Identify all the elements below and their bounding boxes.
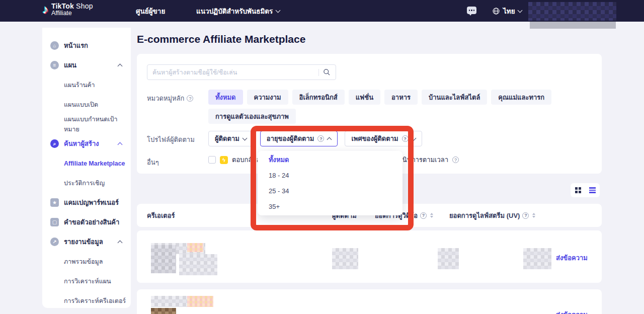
help-icon[interactable]: ?	[402, 135, 409, 142]
followers-dropdown-label: ผู้ติดตาม	[215, 133, 239, 144]
globe-icon	[492, 7, 500, 15]
nav-seller-center[interactable]: ศูนย์ผู้ขาย	[136, 0, 165, 22]
sidebar-item-creator-analytics[interactable]: การวิเคราะห์ครีเอเตอร์	[42, 291, 131, 310]
sidebar-data-reports-label: รายงานข้อมูล	[64, 237, 118, 247]
list-icon	[589, 187, 596, 193]
help-icon[interactable]: ?	[452, 156, 459, 163]
send-message-link[interactable]: ส่งข้อความ	[556, 253, 588, 263]
tiktok-shop-affiliate-logo[interactable]: ♪ TikTok Shop Affiliate	[42, 3, 93, 17]
blurred-video-views-value	[438, 248, 459, 269]
sidebar-item-home[interactable]: ⌂ หน้าแรก	[42, 36, 131, 55]
language-selector[interactable]: ไทย	[492, 0, 522, 22]
follower-gender-dropdown-label: เพศของผู้ติดตาม	[351, 133, 398, 144]
creator-search-box	[147, 64, 336, 80]
grid-icon	[575, 187, 581, 193]
sidebar-item-partner-campaigns[interactable]: ★ แคมเปญพาร์ทเนอร์	[42, 193, 131, 212]
chevron-up-icon	[118, 240, 123, 245]
sidebar-find-creators-label: ค้นหาผู้สร้าง	[64, 138, 118, 149]
category-filter-label: หมวดหมู่หลัก ?	[147, 93, 193, 104]
lightning-icon: ϟ	[220, 156, 228, 164]
logo-tiktok: TikTok	[51, 2, 74, 10]
age-option-25-34[interactable]: 25 - 34	[258, 183, 403, 199]
others-label-text: อื่นๆ	[147, 157, 159, 168]
sidebar-item-open-plan[interactable]: แผนแบบเปิด	[42, 95, 131, 114]
sort-icon[interactable]	[532, 213, 535, 218]
plan-icon: ≡	[50, 61, 59, 69]
sidebar-home-label: หน้าแรก	[64, 40, 123, 51]
sidebar-partner-campaigns-label: แคมเปญพาร์ทเนอร์	[64, 197, 123, 208]
follower-age-dropdown-label: อายุของผู้ติดตาม	[267, 133, 314, 144]
list-view-button[interactable]	[585, 183, 600, 197]
quick-reply-checkbox[interactable]	[208, 156, 216, 164]
help-icon[interactable]: ?	[187, 95, 193, 102]
creator-row[interactable]: ส่งข้อความ	[137, 230, 602, 283]
sort-icon[interactable]	[430, 213, 433, 218]
logo-text: TikTok Shop Affiliate	[51, 3, 93, 17]
view-toggle	[571, 183, 600, 197]
blurred-avatar	[151, 308, 176, 314]
blurred-account-strip	[530, 22, 616, 29]
chevron-down-icon	[242, 135, 247, 140]
blurred-livestream-views-value	[523, 248, 551, 269]
chip-beauty[interactable]: ความงาม	[247, 90, 288, 105]
blurred-badge	[187, 243, 203, 252]
sidebar-item-plan-analytics[interactable]: การวิเคราะห์แผน	[42, 271, 131, 291]
column-creator: ครีเอเตอร์	[147, 204, 175, 227]
home-icon: ⌂	[50, 41, 59, 50]
chip-mom-baby[interactable]: คุณแม่และทารก	[491, 90, 551, 105]
age-option-all[interactable]: ทั้งหมด	[258, 152, 403, 168]
follower-gender-dropdown[interactable]: เพศของผู้ติดตาม ?	[345, 131, 422, 146]
seller-center-label: ศูนย์ผู้ขาย	[136, 6, 165, 17]
chip-home-lifestyle[interactable]: บ้านและไลฟ์สไตล์	[422, 90, 487, 105]
send-message-link[interactable]: ส่งข้อความ	[556, 309, 588, 314]
age-dropdown-panel: ทั้งหมด 18 - 24 25 - 34 35+	[258, 151, 403, 215]
sidebar-item-sample-requests[interactable]: ▢ คำขอตัวอย่างสินค้า	[42, 212, 131, 232]
creator-row[interactable]: ส่งข้อความ	[137, 289, 602, 314]
category-label-text: หมวดหมู่หลัก	[147, 93, 184, 104]
chevron-up-icon	[118, 142, 123, 147]
nav-partner-guidelines[interactable]: แนวปฏิบัติสำหรับพันธมิตร	[196, 0, 280, 22]
help-icon[interactable]: ?	[522, 212, 529, 219]
search-icon[interactable]	[323, 68, 331, 76]
chip-electronics[interactable]: อิเล็กทรอนิกส์	[292, 90, 345, 105]
chip-all[interactable]: ทั้งหมด	[208, 90, 243, 105]
chip-food[interactable]: อาหาร	[384, 90, 418, 105]
search-creators-icon: ⌕	[50, 139, 59, 148]
sidebar-item-data-reports[interactable]: ↗ รายงานข้อมูล	[42, 232, 131, 252]
chip-selfcare-health[interactable]: การดูแลตัวเองและสุขภาพ	[208, 109, 296, 124]
language-label: ไทย	[503, 6, 515, 17]
sidebar-item-plan[interactable]: ≡ แผน	[42, 55, 131, 75]
blurred-creator-details	[179, 254, 217, 275]
category-chips-row1: ทั้งหมด ความงาม อิเล็กทรอนิกส์ แฟชั่น อา…	[208, 90, 551, 105]
chevron-up-icon	[118, 63, 123, 68]
sidebar-item-affiliate-marketplace[interactable]: Affiliate Marketplace	[42, 153, 131, 173]
grid-view-button[interactable]	[571, 183, 585, 197]
category-chips-row2: การดูแลตัวเองและสุขภาพ	[208, 109, 296, 124]
follower-profile-label: โปรไฟล์ผู้ติดตาม	[147, 134, 195, 145]
sidebar-item-invite-history[interactable]: ประวัติการเชิญ	[42, 173, 131, 193]
logo-affiliate: Affiliate	[51, 10, 93, 17]
sidebar: ⌂ หน้าแรก ≡ แผน แผนร้านค้า แผนแบบเปิด แผ…	[42, 28, 131, 308]
blurred-account-info[interactable]	[528, 2, 616, 21]
follower-age-dropdown[interactable]: อายุของผู้ติดตาม ?	[260, 131, 338, 146]
sidebar-item-shop-plan[interactable]: แผนร้านค้า	[42, 75, 131, 95]
follower-profile-label-text: โปรไฟล์ผู้ติดตาม	[147, 134, 195, 145]
followers-dropdown[interactable]: ผู้ติดตาม	[208, 131, 253, 146]
search-input[interactable]	[152, 69, 314, 76]
age-option-35plus[interactable]: 35+	[258, 199, 403, 214]
chevron-down-icon	[517, 8, 522, 13]
sidebar-item-data-overview[interactable]: ภาพรวมข้อมูล	[42, 252, 131, 271]
chip-fashion[interactable]: แฟชั่น	[349, 90, 380, 105]
sidebar-item-find-creators[interactable]: ⌕ ค้นหาผู้สร้าง	[42, 134, 131, 153]
page-title: E-commerce Affiliate Marketplace	[137, 33, 305, 45]
chevron-down-icon	[411, 135, 416, 140]
sidebar-plan-label: แผน	[64, 60, 118, 70]
age-option-18-24[interactable]: 18 - 24	[258, 168, 403, 183]
column-livestream-views[interactable]: ยอดการดูไลฟ์สตรีม (UV) ?	[449, 204, 535, 227]
sidebar-item-target-plan[interactable]: แผนแบบกำหนดเป้าหมาย	[42, 114, 131, 134]
campaign-icon: ★	[50, 198, 59, 207]
help-icon[interactable]: ?	[317, 135, 324, 142]
messages-icon[interactable]	[467, 7, 476, 14]
logo-shop: Shop	[74, 2, 93, 10]
help-icon[interactable]: ?	[420, 212, 427, 219]
